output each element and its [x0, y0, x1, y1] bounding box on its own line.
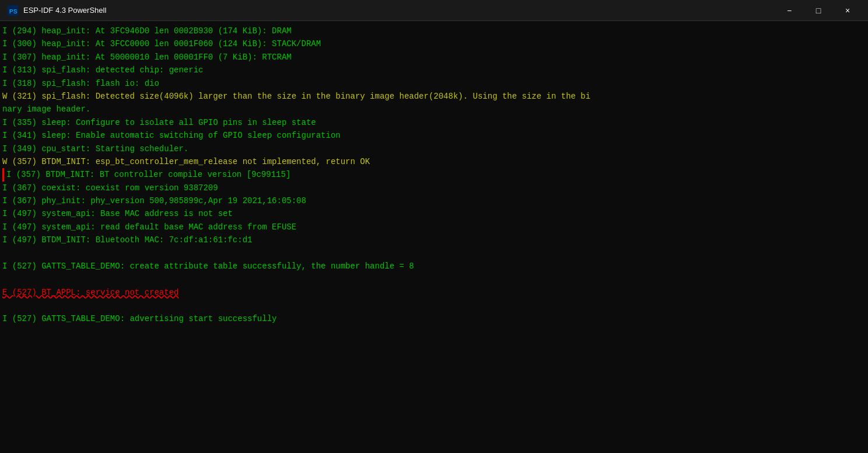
terminal-line: I (294) heap_init: At 3FC946D0 len 0002B…: [2, 25, 866, 37]
terminal-line: [2, 247, 866, 260]
terminal-line-error: E (527) BT_APPL: service not created: [2, 286, 866, 299]
terminal-line: [2, 299, 866, 312]
terminal-line: [2, 351, 866, 364]
terminal-line: I (527) GATTS_TABLE_DEMO: create attribu…: [2, 260, 866, 273]
terminal-line: I (313) spi_flash: detected chip: generi…: [2, 64, 866, 76]
close-button[interactable]: ×: [834, 0, 861, 21]
terminal-line: I (300) heap_init: At 3FCC0000 len 0001F…: [2, 37, 866, 50]
terminal-line: I (357) BTDM_INIT: BT controller compile…: [2, 168, 866, 181]
terminal-line: nary image header.: [2, 103, 866, 116]
terminal-line: [2, 325, 866, 338]
terminal-line: I (349) cpu_start: Starting scheduler.: [2, 142, 866, 155]
terminal-line: I (497) system_api: read default base MA…: [2, 221, 866, 234]
terminal-line: [2, 338, 866, 351]
terminal-output[interactable]: I (294) heap_init: At 3FC946D0 len 0002B…: [0, 21, 868, 453]
terminal-line: I (497) BTDM_INIT: Bluetooth MAC: 7c:df:…: [2, 234, 866, 246]
terminal-window: PS ESP-IDF 4.3 PowerShell − □ × I (294) …: [0, 0, 868, 453]
terminal-line-warning: W (357) BTDM_INIT: esp_bt_controller_mem…: [2, 155, 866, 168]
terminal-line: I (335) sleep: Configure to isolate all …: [2, 116, 866, 129]
terminal-line: I (318) spi_flash: flash io: dio: [2, 77, 866, 90]
svg-text:PS: PS: [9, 7, 18, 15]
terminal-line: I (341) sleep: Enable automatic switchin…: [2, 129, 866, 142]
terminal-line: I (307) heap_init: At 50000010 len 00001…: [2, 51, 866, 64]
terminal-line: [2, 273, 866, 285]
window-controls: − □ ×: [776, 0, 861, 21]
terminal-line-warning: W (321) spi_flash: Detected size(4096k) …: [2, 90, 866, 103]
terminal-line: I (527) GATTS_TABLE_DEMO: advertising st…: [2, 312, 866, 325]
app-icon: PS: [7, 5, 19, 16]
minimize-button[interactable]: −: [776, 0, 803, 21]
terminal-line: I (367) phy_init: phy_version 500,985899…: [2, 194, 866, 207]
window-title: ESP-IDF 4.3 PowerShell: [23, 6, 776, 15]
title-bar: PS ESP-IDF 4.3 PowerShell − □ ×: [0, 0, 868, 21]
terminal-body: I (294) heap_init: At 3FC946D0 len 0002B…: [0, 21, 868, 453]
maximize-button[interactable]: □: [805, 0, 832, 21]
terminal-line: I (497) system_api: Base MAC address is …: [2, 207, 866, 220]
terminal-line: I (367) coexist: coexist rom version 938…: [2, 182, 866, 194]
